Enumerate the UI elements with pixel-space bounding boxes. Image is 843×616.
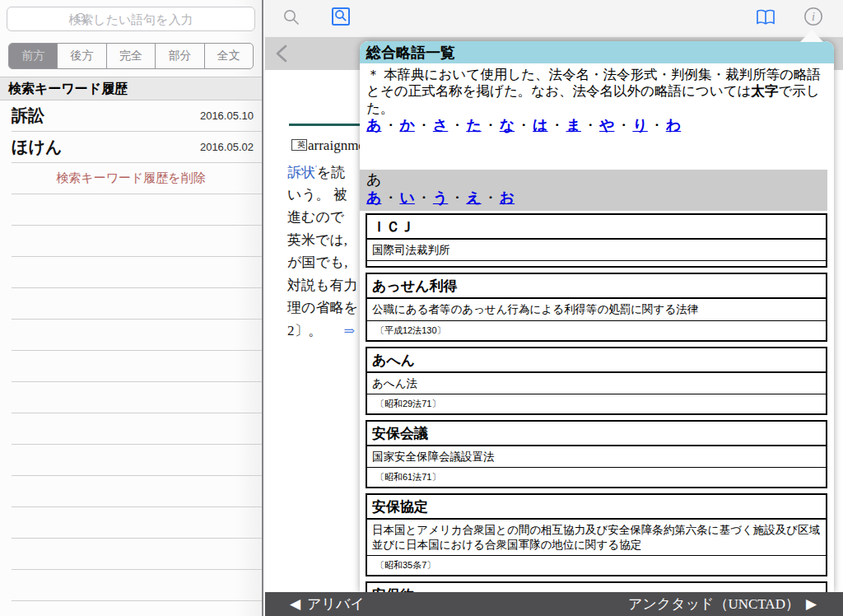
history-empty-row — [12, 226, 262, 257]
article-cross-reference-link[interactable]: 訴状 — [287, 164, 315, 180]
prev-arrow-icon: ◀ — [290, 597, 300, 611]
sub-link-o[interactable]: お — [500, 189, 515, 206]
find-on-page-icon[interactable] — [331, 7, 351, 30]
index-link-sa[interactable]: さ — [433, 117, 448, 133]
match-mode-segmented-control: 前方 後方 完全 部分 全文 — [8, 43, 254, 69]
popover-arrow — [800, 30, 823, 42]
entry-term: ＩＣＪ — [367, 215, 826, 240]
prev-entry-label: アリバイ — [307, 595, 365, 614]
svg-text:i: i — [812, 11, 815, 23]
clear-history-label: 検索キーワード履歴を削除 — [56, 170, 205, 186]
segment-exact-match[interactable]: 完全 — [107, 44, 156, 68]
entry-definition: 国際司法裁判所 — [367, 240, 826, 261]
entry-definition: 日本国とアメリカ合衆国との間の相互協力及び安全保障条約第六条に基づく施設及び区域… — [367, 520, 826, 556]
jump-arrow-icon[interactable]: ⇒ — [344, 324, 355, 338]
main-area: i 英arraignme 訴状'を読 いう。 被 進むので 英米では, が国でも… — [265, 0, 843, 616]
history-empty-row — [12, 288, 262, 320]
search-icon[interactable] — [283, 9, 300, 30]
history-row[interactable]: ほけん 2016.05.02 — [12, 132, 262, 163]
index-link-na[interactable]: な — [500, 117, 515, 133]
prev-entry-button[interactable]: ◀ アリバイ — [290, 595, 365, 614]
toolbar: i — [265, 0, 843, 37]
section-sub-links: あ・い・う・え・お — [366, 189, 515, 206]
sub-link-i[interactable]: い — [399, 189, 414, 206]
entry-term: 安保約 — [367, 583, 826, 592]
entry-definition: あへん法 — [367, 373, 826, 394]
sub-link-a[interactable]: あ — [366, 189, 381, 206]
entry-term: 安保会議 — [367, 422, 826, 446]
index-link-ma[interactable]: ま — [566, 117, 581, 133]
sub-link-u[interactable]: う — [433, 189, 448, 206]
next-entry-label: アンクタッド（UNCTAD） — [628, 595, 799, 614]
abbreviation-entry: ＩＣＪ 国際司法裁判所 — [366, 213, 827, 268]
history-empty-row — [12, 539, 262, 570]
abbreviation-entry: あへん あへん法 〔昭和29法71〕 — [366, 347, 827, 415]
entry-citation: 〔平成12法130〕 — [367, 321, 826, 340]
section-header-a: あ あ・い・う・え・お — [360, 170, 827, 211]
abbreviation-entry: 安保協定 日本国とアメリカ合衆国との間の相互協力及び安全保障条約第六条に基づく施… — [366, 493, 827, 576]
index-link-a[interactable]: あ — [366, 117, 381, 133]
search-sidebar: 前方 後方 完全 部分 全文 検索キーワード履歴 訴訟 2016.05.10 ほ… — [0, 0, 263, 616]
popover-intro-text: ＊ 本辞典において使用した、法令名・法令形式・判例集・裁判所等の略語とその正式名… — [360, 63, 834, 116]
history-empty-row — [12, 257, 262, 288]
entry-term: あへん — [367, 348, 826, 373]
search-icon — [76, 12, 88, 28]
history-empty-row — [12, 445, 262, 476]
search-input[interactable] — [7, 7, 255, 31]
history-empty-row — [12, 351, 262, 382]
index-link-ka[interactable]: か — [399, 117, 414, 133]
history-empty-row — [12, 382, 262, 413]
clear-history-button[interactable]: 検索キーワード履歴を削除 — [12, 163, 262, 194]
entry-definition: 公職にある者等のあっせん行為による利得等の処罰に関する法律 — [367, 299, 826, 320]
sub-link-e[interactable]: え — [466, 189, 481, 206]
history-keyword: ほけん — [12, 136, 62, 158]
search-field-wrap — [7, 7, 255, 31]
segment-partial-match[interactable]: 部分 — [156, 44, 204, 68]
section-kana: あ — [366, 171, 821, 189]
history-list: 訴訟 2016.05.10 ほけん 2016.05.02 検索キーワード履歴を削… — [0, 100, 262, 601]
next-arrow-icon: ▶ — [806, 597, 817, 611]
abbreviation-entry: あっせん利得 公職にある者等のあっせん行為による利得等の処罰に関する法律 〔平成… — [366, 273, 827, 341]
history-keyword: 訴訟 — [12, 105, 44, 127]
history-empty-row — [12, 194, 262, 226]
entry-citation: 〔昭和61法71〕 — [367, 468, 826, 487]
history-row[interactable]: 訴訟 2016.05.10 — [12, 100, 262, 132]
history-date: 2016.05.10 — [200, 110, 254, 122]
abbreviation-entry: 安保約 日本国とアメリカ合衆国との間の相互協力及び安全保障条約 〔昭和35条6〕 — [366, 581, 827, 592]
info-icon[interactable]: i — [803, 7, 823, 30]
index-link-ta[interactable]: た — [466, 117, 481, 133]
history-empty-row — [12, 507, 262, 539]
history-empty-row — [12, 570, 262, 601]
history-header: 検索キーワード履歴 — [0, 77, 262, 100]
english-marker-icon: 英 — [291, 139, 307, 151]
history-empty-row — [12, 320, 262, 351]
index-link-ha[interactable]: は — [533, 117, 547, 133]
entry-navigation-bar: ◀ アリバイ アンクタッド（UNCTAD） ▶ — [265, 592, 843, 616]
entry-definition: 国家安全保障会議設置法 — [367, 446, 826, 468]
index-link-wa[interactable]: わ — [666, 117, 681, 133]
next-entry-button[interactable]: アンクタッド（UNCTAD） ▶ — [628, 595, 817, 614]
gojuon-index-links: あ・か・さ・た・な・は・ま・や・り・わ — [360, 116, 834, 135]
history-empty-row — [12, 476, 262, 507]
index-link-ri[interactable]: り — [632, 117, 647, 133]
entry-term: あっせん利得 — [367, 274, 826, 299]
segment-prefix-match[interactable]: 前方 — [9, 44, 58, 68]
index-link-ya[interactable]: や — [599, 117, 614, 133]
entry-citation: 〔昭和35条7〕 — [367, 556, 826, 575]
back-chevron-icon[interactable] — [273, 44, 293, 67]
abbreviation-list-popover[interactable]: 総合略語一覧 ＊ 本辞典において使用した、法令名・法令形式・判例集・裁判所等の略… — [360, 41, 834, 592]
abbreviation-entry: 安保会議 国家安全保障会議設置法 〔昭和61法71〕 — [366, 420, 827, 488]
book-icon[interactable] — [756, 9, 775, 30]
entry-citation: 〔昭和29法71〕 — [367, 394, 826, 413]
popover-title: 総合略語一覧 — [360, 41, 834, 63]
entry-term: 安保協定 — [367, 495, 826, 520]
segment-suffix-match[interactable]: 後方 — [58, 44, 106, 68]
history-date: 2016.05.02 — [200, 141, 254, 153]
history-empty-row — [12, 413, 262, 445]
segment-fulltext-match[interactable]: 全文 — [205, 44, 253, 68]
